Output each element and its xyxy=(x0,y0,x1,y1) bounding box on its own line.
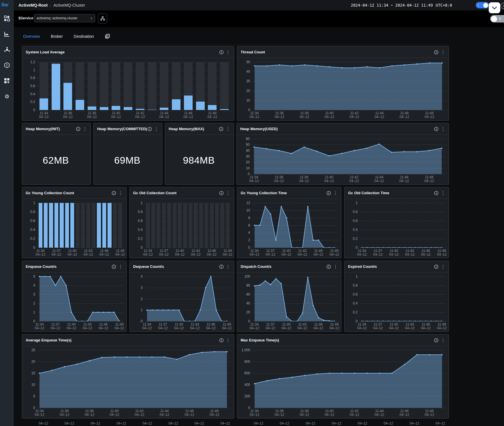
panel-average-enqueue-time: Average Enqueue Time(s) ⋮ 252015105011:3… xyxy=(22,334,234,418)
alerts-icon[interactable] xyxy=(3,62,10,69)
y-tick-label: 1 xyxy=(33,201,35,205)
y-axis: 10.80.60.40.20 xyxy=(347,201,360,248)
info-icon[interactable] xyxy=(219,50,224,55)
y-tick-label: 30 xyxy=(246,79,250,83)
x-tick-label: 11:4904–12 xyxy=(330,249,339,257)
plot-area xyxy=(360,201,445,248)
time-range[interactable]: 2024-04-12 11:34 ~ 2024-04-12 11:49 UTC+… xyxy=(351,0,452,10)
info-icon[interactable] xyxy=(434,127,439,131)
clipped-date-label: 04–12 xyxy=(65,421,74,426)
info-icon[interactable] xyxy=(112,264,116,269)
bar-track xyxy=(151,203,155,248)
bar xyxy=(108,203,111,248)
more-menu-icon[interactable]: ⋮ xyxy=(440,191,446,195)
tab-overview[interactable]: Overview xyxy=(23,34,40,39)
collapse-header-button[interactable] xyxy=(489,2,500,13)
bar xyxy=(160,108,168,110)
x-tick-label: 11:4204–12 xyxy=(349,175,359,183)
more-menu-icon[interactable]: ⋮ xyxy=(82,127,88,131)
info-icon[interactable] xyxy=(219,127,223,131)
dashboards-icon[interactable] xyxy=(3,15,10,22)
x-axis: 11:3404–1211:3704–1211:4004–1211:4304–12… xyxy=(253,321,338,330)
settings-icon[interactable]: ⚙ xyxy=(3,93,10,100)
more-menu-icon[interactable]: ⋮ xyxy=(154,127,159,131)
more-menu-icon[interactable]: ⋮ xyxy=(333,191,338,195)
more-menu-icon[interactable]: ⋮ xyxy=(118,264,123,269)
x-tick-label: 11:3704–12 xyxy=(159,249,169,257)
more-menu-icon[interactable]: ⋮ xyxy=(225,50,231,54)
y-axis: 543210 xyxy=(25,275,38,321)
info-icon[interactable] xyxy=(434,50,439,55)
info-icon[interactable] xyxy=(326,264,331,269)
y-tick-label: 0.6 xyxy=(353,292,358,296)
x-tick-label: 11:4904–12 xyxy=(330,323,339,330)
y-tick-label: 5 xyxy=(33,394,35,398)
view-mode-toggle[interactable]: V xyxy=(490,15,504,23)
bar-track xyxy=(124,62,132,110)
x-tick-label: 11:3704–12 xyxy=(51,323,60,330)
x-tick-label: 11:4604–12 xyxy=(421,323,430,330)
clipped-date-label: 04–12 xyxy=(280,421,289,426)
tab-destination[interactable]: Destination xyxy=(74,34,94,39)
bar-track xyxy=(220,203,224,248)
x-tick-label: 11:4304–12 xyxy=(405,323,415,330)
gc-young-collection-count-chart: 10.80.60.40.2011:3404–1211:3704–1211:400… xyxy=(25,201,123,257)
heap-memory-used-chart: 605040302010011:3404–1211:3604–1211:3804… xyxy=(239,137,445,183)
x-tick-label: 11:4304–12 xyxy=(83,323,92,330)
bar xyxy=(54,203,58,248)
x-axis: 11:3404–1211:3604–1211:3804–1211:4004–12… xyxy=(38,110,230,119)
x-tick-label: 11:3704–12 xyxy=(373,323,383,330)
gc-old-collection-time-chart: 10.80.60.40.2011:3404–1211:3704–1211:400… xyxy=(347,201,445,257)
more-menu-icon[interactable]: ⋮ xyxy=(440,127,446,131)
y-tick-label: 600 xyxy=(244,371,250,375)
bar xyxy=(49,203,53,248)
service-select[interactable]: activemq::activemq-cluster ∨ xyxy=(34,14,95,22)
info-icon[interactable] xyxy=(76,127,80,131)
info-icon[interactable] xyxy=(219,191,224,195)
more-menu-icon[interactable]: ⋮ xyxy=(225,191,231,195)
x-tick-label: 11:4304–12 xyxy=(190,323,200,330)
time-range-value: 2024-04-12 11:34 ~ 2024-04-12 11:49 xyxy=(351,3,433,8)
more-menu-icon[interactable]: ⋮ xyxy=(225,127,231,131)
x-tick-label: 11:4404–12 xyxy=(375,409,384,417)
dark-mode-toggle[interactable]: ☾ xyxy=(476,2,489,8)
y-tick-label: 4 xyxy=(248,231,250,235)
more-menu-icon[interactable]: ⋮ xyxy=(440,50,446,54)
chevron-down-icon: ∨ xyxy=(90,16,93,20)
skywalking-logo[interactable]: Sw’ xyxy=(1,2,13,9)
tab-broker[interactable]: Broker xyxy=(51,34,63,39)
service-topology-button[interactable] xyxy=(98,14,107,23)
info-icon[interactable] xyxy=(219,338,224,343)
breadcrumb-root[interactable]: ActiveMQ-Root xyxy=(18,3,48,8)
bar-track xyxy=(100,62,108,110)
expired-count-chart: 10.80.60.40.2011:3404–1211:3704–1211:400… xyxy=(347,275,445,330)
info-icon[interactable] xyxy=(219,264,224,269)
more-menu-icon[interactable]: ⋮ xyxy=(118,191,123,195)
more-menu-icon[interactable]: ⋮ xyxy=(225,264,231,269)
x-tick-label: 11:4404–12 xyxy=(159,111,169,119)
more-menu-icon[interactable]: ⋮ xyxy=(440,338,446,342)
info-icon[interactable] xyxy=(434,338,439,343)
charts-icon[interactable] xyxy=(3,31,10,38)
copy-dashboard-icon[interactable] xyxy=(105,34,110,39)
moon-icon: ☾ xyxy=(477,3,481,7)
x-axis: 11:3404–1211:3604–1211:3804–1211:4004–12… xyxy=(38,408,230,417)
y-tick-label: 100 xyxy=(244,274,250,279)
info-icon[interactable] xyxy=(326,191,331,195)
info-icon[interactable] xyxy=(434,191,439,195)
y-tick-label: 4 xyxy=(33,283,35,287)
new-dashboard-icon[interactable] xyxy=(3,77,10,84)
plot-area xyxy=(145,275,230,321)
info-icon[interactable]: i xyxy=(501,3,504,9)
more-menu-icon[interactable]: ⋮ xyxy=(225,338,231,342)
more-menu-icon[interactable]: ⋮ xyxy=(440,264,446,269)
info-icon[interactable] xyxy=(434,264,439,269)
bar xyxy=(100,107,108,110)
topology-icon[interactable] xyxy=(3,46,10,53)
more-menu-icon[interactable]: ⋮ xyxy=(333,264,338,269)
area-chart-svg xyxy=(252,137,445,174)
activemq-dashboard: { "header": { "breadcrumb_root": "Active… xyxy=(0,0,504,426)
bar-track xyxy=(199,203,203,248)
info-icon[interactable] xyxy=(147,127,152,131)
info-icon[interactable] xyxy=(112,191,116,195)
